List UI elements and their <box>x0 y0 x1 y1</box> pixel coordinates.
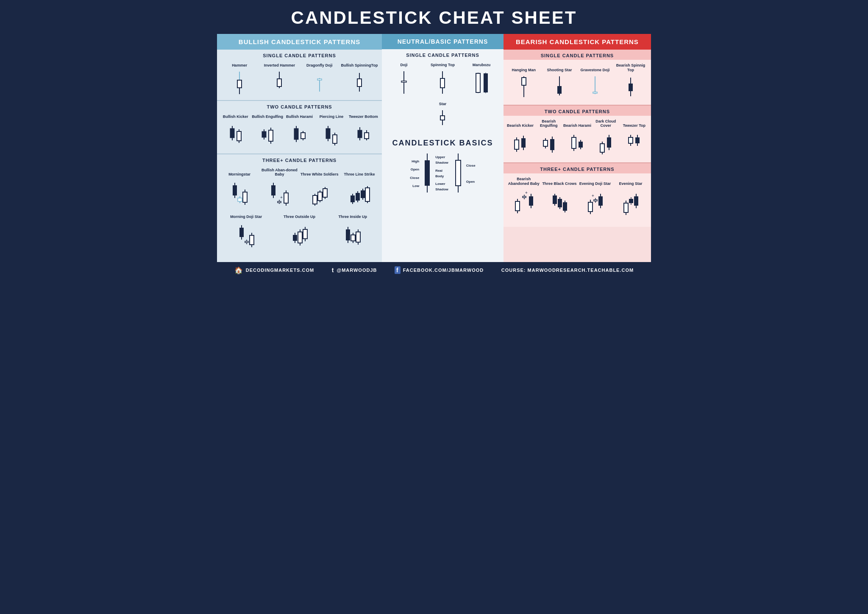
svg-rect-86 <box>245 241 248 243</box>
pattern-three-outside-up: Three Outside Up <box>273 215 326 253</box>
svg-rect-19 <box>262 131 266 137</box>
svg-rect-68 <box>323 189 327 197</box>
pattern-three-inside-up: Three Inside Up <box>326 215 379 253</box>
svg-rect-149 <box>543 140 548 146</box>
spinning-top-candle <box>437 69 448 97</box>
bullish-column: BULLISH CANDLESTICK PATTERNS SINGLE CAND… <box>217 34 382 262</box>
neutral-single-title: SINGLE CANDLE PATTERNS <box>382 49 504 59</box>
dark-cloud-cover-candle <box>598 130 613 157</box>
twitter-icon: t <box>332 267 334 274</box>
pattern-hanging-man: Hanging Man <box>506 68 542 100</box>
pattern-piercing-line: Piercing Line <box>315 114 347 148</box>
footer-item-facebook: f FACEBOOK.COM/JBMARWOOD <box>395 266 484 274</box>
pattern-three-white-soldiers: Three White Soldiers <box>300 172 339 210</box>
svg-rect-146 <box>521 138 526 148</box>
pattern-bullish-kicker: Bullish Kicker <box>220 114 251 148</box>
pattern-star: Star <box>384 102 501 129</box>
marubozu-candle <box>473 69 490 97</box>
shooting-star-candle <box>554 74 565 100</box>
neutral-single-patterns: Doji Spinning Top <box>384 62 502 98</box>
svg-rect-128 <box>456 160 461 186</box>
pattern-gravestone-doji: Gravestone Doji <box>577 68 613 100</box>
tweezer-top-candle <box>626 130 642 157</box>
svg-rect-173 <box>515 201 520 211</box>
neutral-column: NEUTRAL/BASIC PATTERNS SINGLE CANDLE PAT… <box>382 34 504 262</box>
bearish-single-title: SINGLE CANDLE PATTERNS <box>504 50 651 60</box>
svg-rect-131 <box>522 78 526 85</box>
evening-doji-star-candle: + <box>586 188 604 222</box>
bearish-three-patterns: Bearish Abandoned Baby + <box>505 176 649 223</box>
footer: 🏠 DECODINGMARKETS.COM t @MARWOODJB f FAC… <box>217 262 651 279</box>
svg-text:+: + <box>592 193 594 198</box>
svg-rect-104 <box>351 235 355 241</box>
basics-close-right-label: Close <box>466 162 476 170</box>
bullish-header: BULLISH CANDLESTICK PATTERNS <box>217 34 382 50</box>
svg-rect-143 <box>515 140 519 149</box>
pattern-dark-cloud-cover: Dark Cloud Cover <box>592 119 620 158</box>
basics-title: CANDLESTICK BASICS <box>385 139 500 148</box>
svg-rect-170 <box>635 137 640 143</box>
svg-rect-134 <box>557 86 562 94</box>
svg-rect-202 <box>624 203 628 212</box>
svg-rect-46 <box>238 198 242 201</box>
svg-rect-110 <box>401 81 406 82</box>
basics-close-label: Close <box>410 174 419 182</box>
pattern-bearish-engulfing: Bearish Engulfing <box>534 119 563 158</box>
svg-rect-7 <box>317 79 322 80</box>
svg-rect-192 <box>588 202 593 212</box>
pattern-inverted-hammer: Inverted Hammer <box>259 63 299 95</box>
svg-rect-83 <box>239 228 244 237</box>
svg-rect-176 <box>523 196 526 198</box>
svg-rect-52 <box>271 185 275 195</box>
svg-rect-22 <box>269 130 273 141</box>
svg-rect-167 <box>629 137 633 143</box>
bearish-column: BEARISH CANDLESTICK PATTERNS SINGLE CAND… <box>504 34 651 262</box>
pattern-three-line-strike: Three Line Strike <box>339 172 379 210</box>
home-icon: 🏠 <box>234 266 243 274</box>
bullish-abandoned-baby-candle: + <box>269 179 289 210</box>
bearish-kicker-candle <box>512 130 528 157</box>
candlestick-basics: CANDLESTICK BASICS High Open Close Low <box>382 134 504 201</box>
svg-rect-107 <box>356 232 360 242</box>
pattern-morning-doji-star: Morning Doji Star <box>220 215 273 253</box>
basics-bear-candle <box>421 153 434 195</box>
footer-facebook-text: FACEBOOK.COM/JBMARWOOD <box>403 268 484 273</box>
pattern-hammer: Hammer <box>220 63 259 95</box>
svg-rect-65 <box>318 192 322 201</box>
doji-candle <box>398 69 410 97</box>
three-line-strike-candle <box>349 179 370 210</box>
basics-open-label: Open <box>410 165 419 173</box>
footer-item-twitter: t @MARWOODJB <box>332 267 377 274</box>
svg-rect-28 <box>301 133 305 139</box>
svg-rect-89 <box>250 235 254 245</box>
bearish-engulfing-candle <box>541 130 556 157</box>
main-title: CANDLESTICK CHEAT SHEET <box>217 0 651 34</box>
morning-doji-star-candle <box>237 221 255 253</box>
svg-rect-158 <box>579 142 583 148</box>
footer-item-website: 🏠 DECODINGMARKETS.COM <box>234 266 314 274</box>
pattern-bearish-abandoned-baby: Bearish Abandoned Baby + <box>506 177 542 222</box>
basics-high-label: High <box>410 157 419 165</box>
three-black-crows-candle <box>551 188 568 222</box>
bearish-spinning-top-candle <box>625 74 637 100</box>
svg-rect-155 <box>572 137 576 148</box>
pattern-bullish-engulfing: Bullish Engulfing <box>251 114 283 148</box>
svg-rect-62 <box>313 195 317 204</box>
svg-rect-1 <box>237 80 242 88</box>
dragonfly-doji-candle <box>314 70 326 95</box>
svg-rect-49 <box>243 192 247 202</box>
svg-rect-74 <box>356 193 360 201</box>
pattern-evening-star: Evening Star <box>613 181 648 222</box>
svg-rect-4 <box>277 79 281 87</box>
bearish-two-title: TWO CANDLE PATTERNS <box>504 106 651 116</box>
bullish-single-patterns: Hammer Inverted Hammer <box>219 62 380 97</box>
svg-rect-137 <box>593 92 597 93</box>
svg-rect-119 <box>484 73 488 92</box>
pattern-bullish-spinning-top: Bullish SpinningTop <box>339 63 379 95</box>
pattern-evening-doji-star: Evening Doji Star + <box>577 181 613 222</box>
svg-rect-101 <box>346 229 350 240</box>
pattern-tweezer-bottom: Tweezer Bottom <box>348 114 379 148</box>
bullish-three-title: THREE+ CANDLE PATTERNS <box>217 154 382 165</box>
svg-rect-95 <box>298 232 302 243</box>
svg-rect-25 <box>294 128 298 140</box>
